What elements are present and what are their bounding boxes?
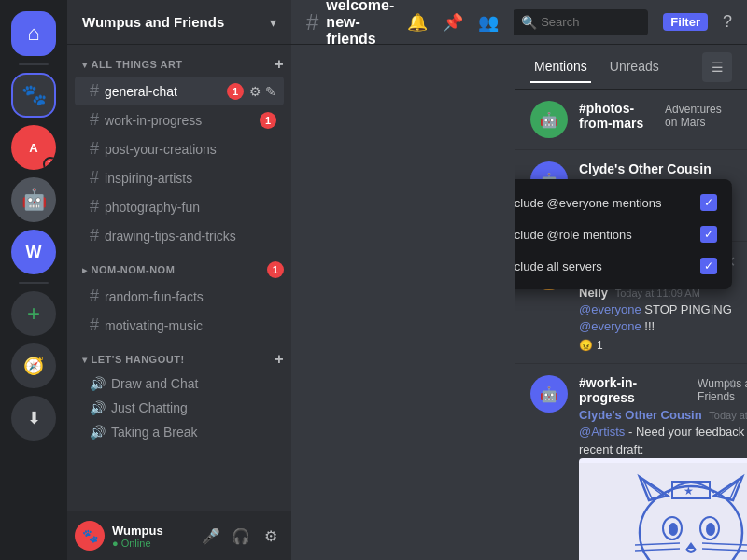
deafen-button[interactable]: 🎧 <box>228 523 254 549</box>
voice-channel-draw-and-chat[interactable]: 🔊 Draw and Chat <box>75 371 284 396</box>
filter-option-servers[interactable]: Include all servers ✓ <box>515 250 732 282</box>
voice-channel-taking-a-break[interactable]: 🔊 Taking a Break <box>75 420 284 444</box>
notif-channel-name: #photos-from-mars <box>579 101 659 131</box>
filter-button[interactable]: Filter <box>663 13 708 31</box>
search-input[interactable] <box>541 15 641 29</box>
filter-lines-icon: ☰ <box>712 60 724 75</box>
category-lets-hangout[interactable]: ▾ LET'S HANGOUT! + <box>67 347 291 371</box>
server-icon-robot[interactable]: 🤖 <box>11 177 56 222</box>
app-container: ⌂ 🐾 A 3 🤖 W + 🧭 ⬇ Wumpus and Friends ▾ <box>0 0 747 560</box>
notification-list: 🤖 #photos-from-mars Adventures on Mars I… <box>515 90 747 560</box>
notification-dropdown: Mentions Unreads ☰ 🤖 #photos-from-mars A… <box>515 45 747 560</box>
search-bar[interactable]: 🔍 <box>514 9 648 35</box>
user-info: Wumpus ● Online <box>112 524 190 549</box>
svg-point-9 <box>706 523 715 536</box>
user-avatar: 🐾 <box>75 521 105 551</box>
channel-badge: 1 <box>260 112 276 129</box>
server-icon-home[interactable]: ⌂ <box>11 11 56 56</box>
mention-everyone: @everyone <box>579 302 641 316</box>
tab-mentions[interactable]: Mentions <box>530 51 591 83</box>
category-add-icon[interactable]: + <box>275 56 284 73</box>
settings-button[interactable]: ⚙ <box>258 523 284 549</box>
pin-icon[interactable]: 📌 <box>443 12 463 33</box>
category-add-icon[interactable]: + <box>275 351 284 368</box>
settings-icon[interactable]: ⚙ <box>249 84 261 99</box>
filter-checkbox-everyone[interactable]: ✓ <box>700 194 717 211</box>
speaker-icon: 🔊 <box>90 425 106 440</box>
category-label: LET'S HANGOUT! <box>92 354 185 365</box>
main-content: # welcome-new-friends 🔔 📌 👥 🔍 Filter ? M… <box>291 0 747 560</box>
sub-time: Today at 10:50 AM <box>709 410 747 421</box>
category-nom-nom-nom[interactable]: ▸ nom-nom-nom 1 <box>67 258 291 282</box>
filter-checkbox-servers[interactable]: ✓ <box>700 258 717 274</box>
channel-item-photography-fun[interactable]: # photography-fun <box>75 192 284 221</box>
server-icon-blue[interactable]: W <box>11 230 56 274</box>
svg-rect-0 <box>579 463 747 560</box>
server-download-button[interactable]: ⬇ <box>11 396 56 441</box>
category-chevron-icon: ▾ <box>82 355 88 365</box>
notif-text: Clyde's Other Cousin Today at 10:50 AM @… <box>579 407 747 458</box>
cat-drawing-svg: ★ <box>579 463 747 560</box>
notif-channel-name: #work-in-progress <box>579 375 692 405</box>
server-name: Wumpus and Friends <box>82 14 224 30</box>
notif-avatar: 🤖 <box>530 375 568 413</box>
user-name: Wumpus <box>112 524 190 538</box>
server-icon-wumpus[interactable]: 🐾 <box>11 73 56 118</box>
channel-item-random-fun-facts[interactable]: # random-fun-facts <box>75 282 284 311</box>
edit-icon[interactable]: ✎ <box>265 84 276 99</box>
notif-content: #photos-from-mars Adventures on Mars <box>579 101 732 133</box>
notification-tabs: Mentions Unreads ☰ <box>515 45 747 90</box>
notif-server-name: Wumpus and Friends <box>698 377 747 403</box>
hash-icon: # <box>90 139 99 159</box>
channel-list: ▾ ALL THINGS ART + # general-chat 1 ⚙ ✎ … <box>67 45 291 511</box>
category-all-things-art[interactable]: ▾ ALL THINGS ART + <box>67 52 291 77</box>
tab-unreads[interactable]: Unreads <box>606 51 663 83</box>
search-icon: 🔍 <box>521 15 537 30</box>
notif-channel-name: Clyde's Other Cousin <box>579 161 712 176</box>
category-chevron-icon: ▾ <box>82 60 88 70</box>
server-header[interactable]: Wumpus and Friends ▾ <box>67 0 291 45</box>
filter-panel: Include @everyone mentions ✓ Include @ro… <box>515 179 732 289</box>
help-icon[interactable]: ? <box>723 12 732 32</box>
server-add-button[interactable]: + <box>11 291 56 336</box>
server-icon-art[interactable]: A 3 <box>11 125 56 170</box>
server-sidebar: ⌂ 🐾 A 3 🤖 W + 🧭 ⬇ <box>0 0 67 560</box>
hash-icon: # <box>90 226 99 245</box>
filter-checkbox-role[interactable]: ✓ <box>700 226 717 243</box>
channel-badge: 1 <box>227 83 244 100</box>
voice-channel-just-chatting[interactable]: 🔊 Just Chatting <box>75 396 284 420</box>
channel-item-drawing-tips[interactable]: # drawing-tips-and-tricks <box>75 221 284 250</box>
notification-item-photos-from-mars[interactable]: 🤖 #photos-from-mars Adventures on Mars I… <box>515 90 747 150</box>
speaker-icon: 🔊 <box>90 400 106 415</box>
category-chevron-icon: ▸ <box>82 265 88 275</box>
svg-point-8 <box>669 523 678 536</box>
category-label: ALL THINGS ART <box>92 59 183 70</box>
notif-server-name: Adventures on Mars <box>665 103 732 129</box>
mention-everyone-2: @everyone <box>579 319 641 333</box>
notif-close-button-2[interactable]: ✕ <box>724 375 736 393</box>
members-icon[interactable]: 👥 <box>478 12 499 33</box>
channel-item-motivating-music[interactable]: # motivating-music <box>75 311 284 340</box>
channel-item-inspiring-artists[interactable]: # inspiring-artists <box>75 163 284 192</box>
server-discover-button[interactable]: 🧭 <box>11 343 56 388</box>
bell-icon[interactable]: 🔔 <box>407 12 428 33</box>
hash-icon: # <box>90 81 99 101</box>
notification-item-work-in-progress[interactable]: 🤖 #work-in-progress Wumpus and Friends C… <box>515 364 747 560</box>
server-chevron-icon: ▾ <box>270 15 276 30</box>
notif-content: #work-in-progress Wumpus and Friends Cly… <box>579 375 747 560</box>
channel-item-work-in-progress[interactable]: # work-in-progress 1 <box>75 105 284 134</box>
filter-option-role[interactable]: Include @role mentions ✓ <box>515 218 732 250</box>
server-badge-art: 3 <box>43 157 56 170</box>
notif-text: Nelly Today at 11:09 AM @everyone STOP P… <box>579 285 732 336</box>
channel-item-general-chat[interactable]: # general-chat 1 ⚙ ✎ <box>75 77 284 105</box>
mute-button[interactable]: 🎤 <box>198 523 224 549</box>
channel-item-post-your-creations[interactable]: # post-your-creations <box>75 134 284 163</box>
user-area: 🐾 Wumpus ● Online 🎤 🎧 ⚙ <box>67 511 291 560</box>
filter-option-everyone[interactable]: Include @everyone mentions ✓ <box>515 187 732 218</box>
server-divider-2 <box>19 282 49 284</box>
user-actions: 🎤 🎧 ⚙ <box>198 523 284 549</box>
svg-text:★: ★ <box>684 484 694 497</box>
user-status: ● Online <box>112 538 190 549</box>
hash-icon: # <box>90 168 99 188</box>
notification-filter-icon[interactable]: ☰ <box>702 52 732 82</box>
